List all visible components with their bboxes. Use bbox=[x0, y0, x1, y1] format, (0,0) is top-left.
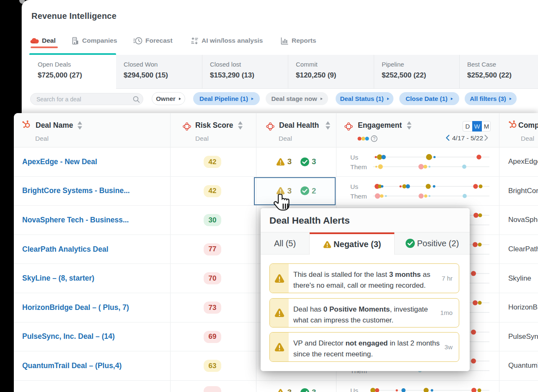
svg-text:Us: Us bbox=[350, 183, 358, 190]
svg-text:Us: Us bbox=[350, 387, 358, 392]
svg-text:Them: Them bbox=[350, 193, 367, 200]
svg-text:Them: Them bbox=[350, 163, 367, 170]
svg-text:?: ? bbox=[373, 136, 375, 141]
svg-text:Us: Us bbox=[350, 154, 358, 161]
